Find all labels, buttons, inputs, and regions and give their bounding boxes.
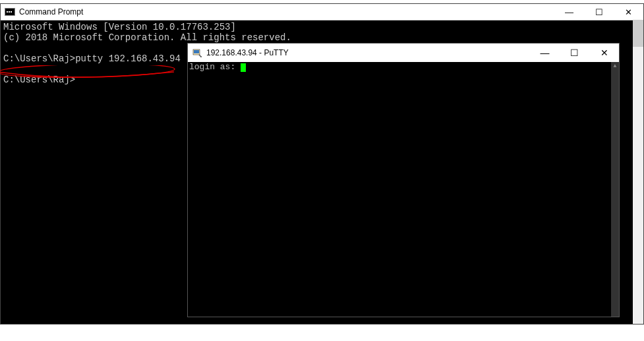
cmd-title: Command Prompt	[19, 7, 554, 16]
putty-window-controls: — ☐ ✕	[530, 44, 619, 62]
scroll-up-icon[interactable]: ▲	[611, 62, 619, 70]
putty-login-prompt: login as:	[189, 62, 241, 72]
close-button[interactable]: ✕	[614, 4, 643, 20]
putty-terminal-content[interactable]: login as: ▲	[188, 62, 619, 317]
putty-scrollbar[interactable]: ▲	[611, 62, 619, 317]
cmd-window-controls: — ☐ ✕	[554, 4, 643, 20]
cmd-scroll-thumb[interactable]	[633, 20, 643, 47]
putty-title: 192.168.43.94 - PuTTY	[206, 48, 530, 57]
maximize-button[interactable]: ☐	[584, 4, 614, 20]
putty-cursor	[241, 63, 246, 72]
putty-window: 192.168.43.94 - PuTTY — ☐ ✕ login as: ▲	[187, 43, 620, 317]
maximize-button[interactable]: ☐	[560, 44, 589, 62]
svg-point-4	[200, 56, 202, 57]
cmd-scrollbar[interactable]	[633, 20, 643, 324]
putty-titlebar[interactable]: 192.168.43.94 - PuTTY — ☐ ✕	[188, 44, 619, 62]
cmd-line-copyright: (c) 2018 Microsoft Corporation. All righ…	[3, 32, 291, 43]
cmd-icon	[5, 8, 15, 16]
close-button[interactable]: ✕	[589, 44, 619, 62]
svg-rect-2	[194, 50, 199, 53]
cmd-titlebar[interactable]: Command Prompt — ☐ ✕	[1, 4, 643, 20]
cmd-line-version: Microsoft Windows [Version 10.0.17763.25…	[3, 22, 236, 32]
cmd-line-prompt: C:\Users\Raj>	[3, 75, 75, 85]
cmd-line-command: C:\Users\Raj>putty 192.168.43.94	[3, 53, 181, 64]
putty-icon	[192, 47, 202, 58]
minimize-button[interactable]: —	[530, 44, 560, 62]
minimize-button[interactable]: —	[554, 4, 584, 20]
bottom-strip	[0, 325, 644, 341]
